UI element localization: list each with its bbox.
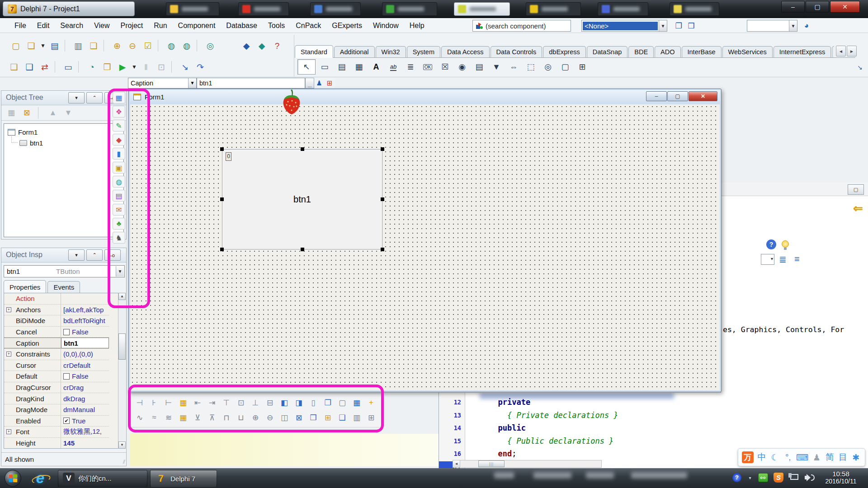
panel-collapse-button[interactable]: ⌃ (86, 92, 103, 103)
expand-icon[interactable]: + (6, 307, 11, 312)
build-icon[interactable]: ❒ (99, 60, 115, 74)
trace-into-icon[interactable]: ↘ (177, 60, 193, 74)
app-title-tab[interactable]: 7 Delphi 7 - Project1 (3, 1, 135, 16)
code-line-15[interactable]: { Public declarations } (489, 436, 613, 446)
property-value[interactable]: 145 (61, 438, 109, 449)
selection-handle[interactable] (301, 248, 304, 251)
checkbox-component[interactable]: ☒ (437, 59, 453, 75)
menu-tools[interactable]: Tools (263, 22, 290, 30)
titlebar-tab[interactable] (382, 2, 437, 16)
palette-scroll-left[interactable]: ◄ (836, 46, 846, 56)
bullet-list-icon[interactable]: ≣ (779, 254, 787, 265)
selection-handle[interactable] (220, 147, 224, 151)
menu-component[interactable]: Component (173, 22, 221, 30)
selection-handle[interactable] (381, 197, 384, 201)
web-page-icon[interactable]: ◍ (179, 39, 194, 52)
property-row-bidimode[interactable]: BiDiModebdLeftToRight (4, 315, 109, 327)
property-value[interactable]: btn1 (61, 338, 109, 348)
tree-node-btn1[interactable]: btn1 (19, 139, 43, 147)
palette-tab-data-access[interactable]: Data Access (441, 46, 490, 58)
palette-tab-internetexpress[interactable]: InternetExpress (774, 46, 831, 58)
minimize-button[interactable]: – (781, 1, 805, 13)
expand-icon[interactable]: + (6, 429, 11, 434)
editor-maximize-icon[interactable]: ▢ (848, 184, 864, 195)
titlebar-tab[interactable] (526, 2, 581, 16)
palette-tab-bde[interactable]: BDE (628, 46, 654, 58)
palette-tab-data-controls[interactable]: Data Controls (491, 46, 542, 58)
property-value[interactable]: False (61, 327, 109, 338)
radiogroup-component[interactable]: ◎ (540, 59, 556, 75)
taskbar-button-browser[interactable]: V 你们的cn... (58, 470, 147, 487)
property-row-dragkind[interactable]: DragKinddkDrag (4, 393, 109, 404)
ime-keyboard-icon[interactable]: ⌨ (796, 451, 808, 463)
property-value[interactable]: dmManual (61, 404, 109, 415)
code-line-16[interactable]: end; (489, 449, 516, 458)
groupbox-component[interactable]: ⬚ (523, 59, 539, 75)
property-value[interactable]: (0,0),(0,0) (61, 349, 109, 360)
mainmenu-component[interactable]: ▤ (334, 59, 350, 75)
network-tray-icon[interactable] (788, 473, 799, 482)
palette-tab-interbase[interactable]: InterBase (682, 46, 722, 58)
label-component[interactable]: A (368, 59, 384, 75)
open-dropdown-icon[interactable]: ▼ (39, 39, 47, 52)
property-value-input[interactable]: btn1 (197, 78, 305, 89)
property-row-font[interactable]: +Font微软雅黑,12, (4, 427, 109, 438)
expand-icon[interactable]: + (6, 352, 11, 357)
property-row-anchors[interactable]: +Anchors[akLeft,akTop (4, 305, 109, 316)
step-over-icon[interactable]: ↷ (193, 60, 208, 74)
ime-simplified-icon[interactable]: 简 (825, 451, 835, 463)
property-row-cancel[interactable]: CancelFalse (4, 327, 109, 338)
browse-icon[interactable]: ◕ (801, 20, 812, 31)
pause-icon[interactable]: ‖ (138, 60, 154, 74)
palette-overflow-icon[interactable]: ↘ (857, 64, 863, 71)
property-value[interactable]: [akLeft,akTop (61, 305, 109, 315)
gold-back-arrow-icon[interactable]: ⇐ (853, 202, 863, 216)
checkbox-icon[interactable] (63, 373, 70, 380)
menu-view[interactable]: View (89, 22, 115, 30)
form-close-button[interactable]: ✕ (689, 91, 717, 101)
edit-component[interactable]: ab (385, 59, 401, 75)
panel-collapse-button[interactable]: ⌃ (86, 249, 103, 261)
help-tray-icon[interactable]: ? (732, 473, 741, 482)
help-contents-icon[interactable]: ◆ (239, 39, 254, 52)
save-icon[interactable]: ▤ (47, 39, 62, 52)
code-line-13[interactable]: { Private declarations } (489, 411, 618, 420)
inspector-tab-events[interactable]: Events (47, 281, 80, 293)
panel-component[interactable]: ▢ (557, 59, 573, 75)
property-value[interactable]: 微软雅黑,12, (61, 427, 109, 437)
palette-tab-ado[interactable]: ADO (655, 46, 680, 58)
toggle-form-unit-icon[interactable]: ⇄ (37, 60, 52, 74)
radiobutton-component[interactable]: ◉ (454, 59, 470, 75)
ime-wanneng-icon[interactable]: 万 (742, 451, 754, 463)
scrollbar-thumb[interactable] (118, 333, 126, 360)
ime-punctuation-icon[interactable]: °‚ (783, 451, 793, 463)
view-form-icon[interactable]: ▭ (61, 60, 76, 74)
editor-hscrollbar[interactable]: ◄ ||| (453, 460, 602, 468)
chevron-down-icon[interactable]: ▼ (659, 20, 667, 31)
property-value[interactable]: bdLeftToRight (61, 315, 109, 326)
menu-project[interactable]: Project (115, 22, 148, 30)
indent-list-icon[interactable]: ≡ (794, 254, 800, 264)
ime-user-icon[interactable]: ♟ (811, 451, 821, 463)
titlebar-tab[interactable] (670, 2, 719, 16)
run-dropdown-icon[interactable]: ▼ (130, 60, 138, 74)
right-toolbar-combo[interactable]: ▼ (747, 20, 797, 32)
property-value[interactable]: False (61, 371, 109, 382)
lightbulb-icon[interactable] (782, 240, 789, 248)
scroll-left-icon[interactable]: ◄ (453, 460, 460, 467)
ime-settings-icon[interactable]: ✱ (851, 451, 861, 463)
checkbox-icon[interactable]: ✔ (63, 418, 70, 424)
titlebar-tab[interactable] (238, 2, 289, 16)
menu-window[interactable]: Window (368, 22, 404, 30)
robot-tray-icon[interactable]: oo (758, 473, 768, 482)
property-row-dragmode[interactable]: DragModedmManual (4, 404, 109, 416)
inspector-tab-properties[interactable]: Properties (4, 280, 46, 293)
help-question-icon[interactable]: ? (269, 39, 285, 52)
chevron-down-icon[interactable]: ▼ (789, 20, 797, 31)
set-debug-desktop-icon[interactable]: ❒ (686, 20, 697, 31)
palette-tab-system[interactable]: System (407, 46, 440, 58)
property-row-enabled[interactable]: Enabled✔True (4, 416, 109, 427)
property-value[interactable]: crDrag (61, 382, 109, 393)
panel-dropdown-button[interactable]: ▾ (68, 92, 85, 103)
palette-tab-dbexpress[interactable]: dbExpress (543, 46, 586, 58)
